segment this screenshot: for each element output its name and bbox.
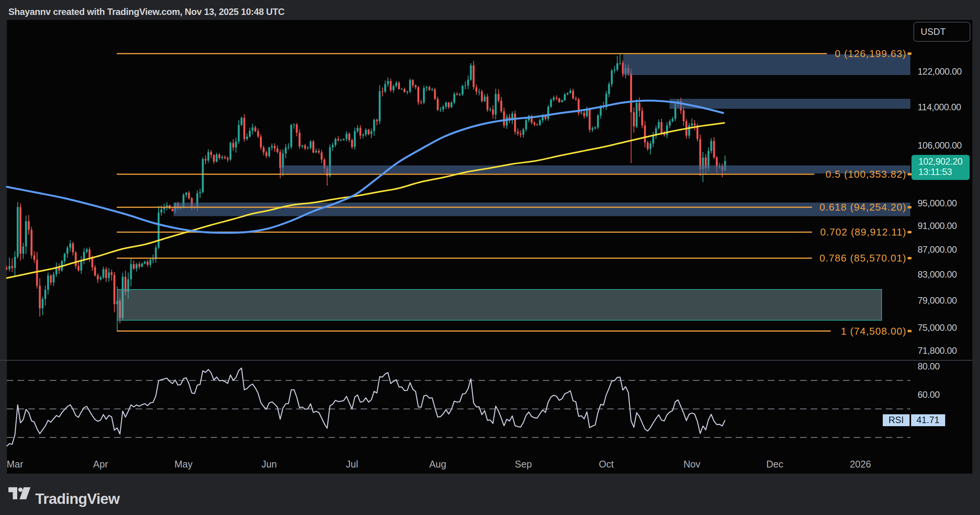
svg-text:80.00: 80.00 — [918, 361, 940, 371]
svg-text:41.71: 41.71 — [916, 415, 939, 425]
svg-text:91,000.00: 91,000.00 — [918, 221, 957, 231]
svg-text:Sep: Sep — [515, 459, 532, 469]
svg-text:TradingView: TradingView — [35, 490, 120, 507]
svg-text:95,000.00: 95,000.00 — [918, 198, 957, 208]
svg-text:Mar: Mar — [7, 459, 23, 469]
svg-text:106,000.00: 106,000.00 — [918, 140, 962, 150]
svg-text:USDT: USDT — [921, 26, 946, 37]
svg-text:87,000.00: 87,000.00 — [918, 244, 957, 255]
svg-text:0.702 (89,912.11): 0.702 (89,912.11) — [820, 226, 906, 238]
svg-text:122,000.00: 122,000.00 — [918, 66, 962, 77]
svg-text:79,000.00: 79,000.00 — [918, 295, 957, 306]
svg-text:60.00: 60.00 — [918, 389, 940, 400]
svg-text:May: May — [175, 459, 193, 469]
svg-text:0.618 (94,254.20): 0.618 (94,254.20) — [820, 201, 906, 213]
svg-text:0.5 (100,353.82): 0.5 (100,353.82) — [825, 168, 906, 180]
svg-text:0.786 (85,570.01): 0.786 (85,570.01) — [820, 252, 906, 264]
svg-text:Aug: Aug — [429, 459, 446, 469]
svg-text:Jul: Jul — [346, 459, 358, 469]
svg-text:Shayannv created with TradingV: Shayannv created with TradingView.com, N… — [8, 7, 284, 17]
svg-text:1 (74,508.00): 1 (74,508.00) — [841, 325, 906, 337]
svg-text:RSI: RSI — [889, 415, 904, 425]
svg-text:13:11:53: 13:11:53 — [918, 167, 952, 177]
svg-text:71,800.00: 71,800.00 — [918, 345, 957, 356]
svg-text:Oct: Oct — [599, 459, 614, 469]
svg-text:Apr: Apr — [93, 459, 108, 469]
svg-text:Jun: Jun — [261, 459, 277, 469]
svg-text:Dec: Dec — [766, 459, 783, 469]
svg-text:2026: 2026 — [850, 459, 871, 469]
svg-text:102,902.20: 102,902.20 — [918, 156, 962, 167]
svg-text:83,000.00: 83,000.00 — [918, 269, 957, 280]
svg-text:75,000.00: 75,000.00 — [918, 322, 957, 333]
svg-text:114,000.00: 114,000.00 — [918, 102, 961, 112]
svg-text:Nov: Nov — [683, 459, 701, 469]
svg-text:0 (126,199.63): 0 (126,199.63) — [835, 48, 906, 59]
